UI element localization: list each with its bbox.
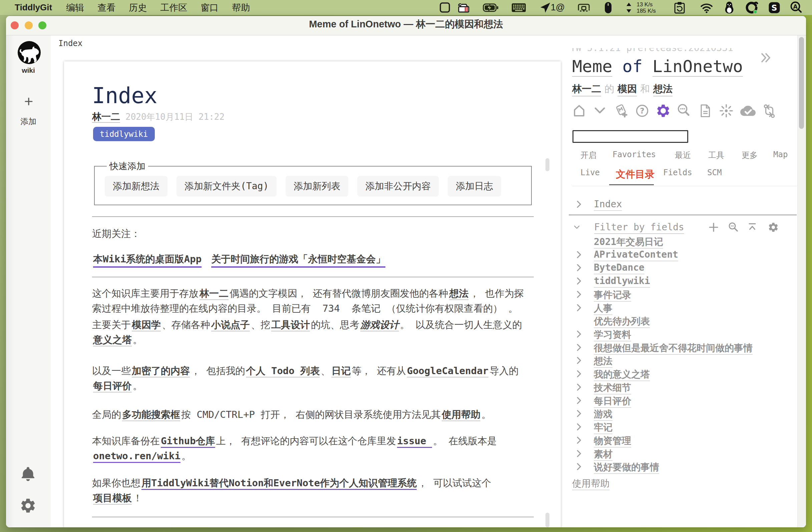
- s-app-icon[interactable]: S: [768, 0, 781, 15]
- internal-link[interactable]: 项目模板: [93, 492, 132, 504]
- tree-item-label[interactable]: 物资管理: [594, 434, 631, 447]
- tree-item[interactable]: 素材: [565, 448, 796, 459]
- quick-add-button[interactable]: 添加新想法: [105, 176, 168, 197]
- tree-item-label[interactable]: ByteDance: [594, 262, 644, 273]
- git-sync-icon[interactable]: [760, 102, 778, 119]
- tree-item-label[interactable]: tiddlywiki: [594, 275, 650, 286]
- workspace-name[interactable]: wiki: [6, 67, 51, 74]
- subtitle-part[interactable]: 模因: [618, 84, 637, 94]
- internal-link[interactable]: 小说点子: [211, 319, 250, 330]
- tree-item[interactable]: 优先待办列表: [565, 315, 796, 327]
- tree-item-label[interactable]: 2021年交易日记: [594, 235, 663, 248]
- tree-item[interactable]: tiddlywiki: [565, 275, 796, 287]
- screenshot-icon[interactable]: [577, 0, 591, 15]
- help-link[interactable]: 使用帮助: [572, 477, 609, 490]
- internal-link[interactable]: 加密了的内容: [132, 365, 190, 376]
- new-journal-icon[interactable]: [613, 102, 630, 119]
- zoom-search-icon[interactable]: [728, 221, 739, 233]
- sidebar-tab[interactable]: Live: [580, 168, 600, 177]
- story-scrollbar-thumb[interactable]: [546, 158, 549, 171]
- sidebar-tab[interactable]: 文件目录: [616, 168, 654, 181]
- add-workspace-label[interactable]: 添加: [6, 116, 51, 127]
- tree-item[interactable]: 想法: [565, 355, 796, 366]
- sidebar-tab[interactable]: 最近: [675, 150, 691, 160]
- filter-collapse-chevron-icon[interactable]: [574, 221, 580, 233]
- site-title-link[interactable]: Meme: [572, 57, 612, 76]
- tree-item[interactable]: ByteDance: [565, 262, 796, 273]
- app-ring-icon[interactable]: [744, 0, 759, 15]
- tree-item-label[interactable]: 优先待办列表: [594, 315, 650, 328]
- hide-sidebar-chevrons-icon[interactable]: [760, 52, 771, 64]
- window-titlebar[interactable]: Meme of LinOnetwo — 林一二的模因和想法: [6, 16, 806, 35]
- tree-item-label[interactable]: 人事: [594, 302, 612, 315]
- menu-item[interactable]: 窗口: [201, 3, 218, 13]
- tree-item[interactable]: 2021年交易日记: [565, 235, 796, 247]
- sidebar-tab[interactable]: SCM: [707, 168, 722, 177]
- tree-item[interactable]: 游戏: [565, 408, 796, 419]
- internal-link[interactable]: 林一二: [200, 288, 229, 299]
- tree-item[interactable]: 人事: [565, 302, 796, 313]
- sidebar-tab[interactable]: Map: [773, 150, 788, 159]
- tree-item[interactable]: 很想做但是最近舍不得花时间做的事情: [565, 342, 796, 353]
- internal-link[interactable]: 日记: [331, 365, 351, 376]
- internal-link[interactable]: 想法: [449, 288, 468, 299]
- internal-link[interactable]: 意义之塔: [93, 334, 132, 345]
- external-link[interactable]: issue: [397, 435, 432, 447]
- menu-item[interactable]: 历史: [129, 3, 147, 13]
- theme-sun-icon[interactable]: [717, 102, 735, 119]
- plus-icon[interactable]: [708, 221, 719, 233]
- quick-add-button[interactable]: 添加非公开内容: [357, 176, 439, 197]
- sidebar-tab[interactable]: 更多: [742, 150, 758, 160]
- sidebar-tab[interactable]: Fields: [663, 168, 692, 177]
- index-tree-item[interactable]: Index: [565, 199, 796, 210]
- tree-item[interactable]: APrivateContent: [565, 249, 796, 260]
- internal-link[interactable]: 个人 Todo 列表: [246, 365, 320, 376]
- mouse-icon[interactable]: [603, 0, 613, 15]
- external-link[interactable]: Github仓库: [161, 435, 215, 447]
- wifi-icon[interactable]: [700, 0, 713, 15]
- tree-item-label[interactable]: 每日评价: [594, 395, 631, 407]
- help-icon[interactable]: ?: [634, 102, 651, 119]
- external-link[interactable]: 关于时间旅行的游戏「永恒时空基金会」: [211, 253, 385, 265]
- story-tab-label[interactable]: Index: [58, 39, 83, 48]
- site-title-link[interactable]: LinOnetwo: [653, 57, 743, 76]
- tree-item[interactable]: 我的意义之塔: [565, 368, 796, 379]
- penguin-icon[interactable]: [723, 0, 735, 15]
- location-arrow-icon[interactable]: [538, 0, 552, 15]
- clipboard-history-icon[interactable]: [672, 0, 686, 15]
- advanced-search-icon[interactable]: [675, 102, 693, 119]
- collapse-top-icon[interactable]: [746, 221, 758, 233]
- tree-item[interactable]: 牢记: [565, 421, 796, 433]
- tree-item-label[interactable]: 说好要做的事情: [594, 461, 659, 474]
- workspace-avatar-cat-icon[interactable]: [18, 41, 41, 64]
- internal-link[interactable]: 游戏设计: [360, 319, 399, 330]
- filter-by-fields-label[interactable]: Filter by fields: [594, 221, 684, 233]
- add-workspace-plus-icon[interactable]: [24, 97, 33, 107]
- fold-chevron-icon[interactable]: [591, 102, 609, 119]
- external-link[interactable]: onetwo.ren/wiki: [93, 450, 180, 462]
- tree-item[interactable]: 物资管理: [565, 434, 796, 446]
- tree-item[interactable]: 技术细节: [565, 382, 796, 393]
- author-link[interactable]: 林一二: [92, 112, 120, 122]
- quick-add-button[interactable]: 添加日志: [448, 176, 501, 197]
- tree-item-label[interactable]: APrivateContent: [594, 249, 678, 260]
- tree-item[interactable]: 说好要做的事情: [565, 461, 796, 472]
- tree-item-label[interactable]: 游戏: [594, 408, 612, 420]
- cloud-saved-icon[interactable]: [739, 102, 757, 119]
- menu-item[interactable]: 编辑: [66, 3, 84, 13]
- internal-link[interactable]: 每日评价: [93, 380, 132, 391]
- subtitle-part[interactable]: 林一二: [572, 84, 601, 94]
- filter-gear-icon[interactable]: [768, 221, 779, 233]
- tree-item-label[interactable]: 学习资料: [594, 328, 631, 341]
- sidebar-scrollbar-thumb[interactable]: [799, 37, 804, 129]
- tree-item-label[interactable]: 很想做但是最近舍不得花时间做的事情: [594, 342, 753, 355]
- subtitle-part[interactable]: 想法: [653, 84, 672, 94]
- internal-link[interactable]: 多功能搜索框: [122, 409, 180, 420]
- display-window-icon[interactable]: [439, 0, 450, 15]
- tree-item-label[interactable]: 牢记: [594, 421, 612, 434]
- tree-item-label[interactable]: 事件记录: [594, 289, 631, 301]
- tree-item-label[interactable]: 素材: [594, 448, 612, 461]
- keyboard-icon[interactable]: [511, 0, 526, 15]
- menu-item[interactable]: 查看: [98, 3, 115, 13]
- internal-link[interactable]: 模因学: [132, 319, 161, 330]
